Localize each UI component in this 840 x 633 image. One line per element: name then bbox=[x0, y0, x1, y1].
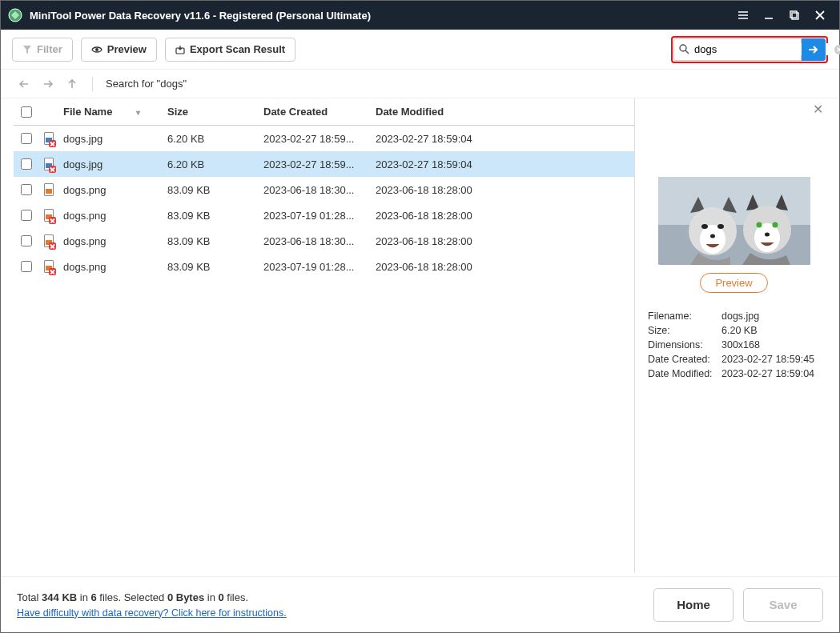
row-name: dogs.jpg bbox=[58, 158, 163, 170]
row-name: dogs.png bbox=[58, 235, 163, 247]
row-size: 83.09 KB bbox=[163, 210, 259, 222]
svg-point-18 bbox=[765, 233, 770, 237]
row-name: dogs.png bbox=[58, 261, 163, 273]
meta-modified-val: 2023-02-27 18:59:04 bbox=[721, 368, 814, 379]
search-box bbox=[673, 38, 802, 61]
svg-point-10 bbox=[700, 225, 725, 254]
col-size[interactable]: Size bbox=[163, 106, 259, 118]
meta-size-val: 6.20 KB bbox=[721, 325, 757, 336]
row-size: 83.09 KB bbox=[163, 261, 259, 273]
row-checkbox[interactable] bbox=[21, 133, 32, 144]
toolbar: Filter Preview Export Scan Result bbox=[1, 30, 839, 70]
eye-icon bbox=[91, 45, 102, 54]
svg-rect-1 bbox=[790, 11, 797, 18]
back-icon[interactable] bbox=[17, 77, 31, 91]
row-created: 2023-07-19 01:28... bbox=[259, 261, 371, 273]
search-go-button[interactable] bbox=[802, 38, 826, 61]
file-icon bbox=[44, 183, 54, 196]
export-button[interactable]: Export Scan Result bbox=[165, 38, 295, 62]
row-checkbox[interactable] bbox=[21, 184, 32, 195]
col-modified[interactable]: Date Modified bbox=[371, 106, 499, 118]
select-all-checkbox[interactable] bbox=[21, 106, 32, 118]
meta-created-key: Date Created: bbox=[648, 354, 721, 365]
meta-created-val: 2023-02-27 18:59:45 bbox=[721, 354, 814, 365]
col-created[interactable]: Date Created bbox=[259, 106, 371, 118]
row-checkbox[interactable] bbox=[21, 235, 32, 246]
statusbar: Total 344 KB in 6 files. Selected 0 Byte… bbox=[1, 576, 839, 632]
row-created: 2023-06-18 18:30... bbox=[259, 184, 371, 196]
forward-icon[interactable] bbox=[41, 77, 55, 91]
sort-caret-icon: ▾ bbox=[136, 108, 140, 117]
meta-dim-val: 300x168 bbox=[721, 339, 760, 351]
preview-label: Preview bbox=[107, 43, 147, 55]
table-row[interactable]: dogs.jpg6.20 KB2023-02-27 18:59...2023-0… bbox=[14, 151, 634, 177]
preview-button[interactable]: Preview bbox=[81, 38, 157, 62]
home-button[interactable]: Home bbox=[653, 588, 733, 622]
file-metadata: Filename:dogs.jpg Size:6.20 KB Dimension… bbox=[648, 310, 820, 383]
titlebar: MiniTool Power Data Recovery v11.6 - Reg… bbox=[1, 1, 839, 30]
row-name: dogs.png bbox=[58, 184, 163, 196]
file-icon bbox=[44, 132, 54, 145]
search-highlight bbox=[671, 36, 828, 63]
menu-icon[interactable] bbox=[730, 4, 756, 26]
maximize-icon[interactable] bbox=[782, 4, 807, 26]
row-size: 6.20 KB bbox=[163, 133, 259, 145]
minimize-icon[interactable] bbox=[756, 4, 782, 26]
svg-point-5 bbox=[680, 45, 686, 51]
row-modified: 2023-06-18 18:28:00 bbox=[371, 184, 499, 196]
row-size: 6.20 KB bbox=[163, 158, 259, 170]
row-checkbox[interactable] bbox=[21, 158, 32, 170]
close-icon[interactable] bbox=[807, 4, 833, 26]
up-icon[interactable] bbox=[65, 77, 79, 91]
col-name[interactable]: File Name▾ bbox=[58, 106, 163, 118]
table-row[interactable]: dogs.png83.09 KB2023-07-19 01:28...2023-… bbox=[14, 254, 634, 279]
summary-text: Total 344 KB in 6 files. Selected 0 Byte… bbox=[17, 591, 644, 603]
row-modified: 2023-02-27 18:59:04 bbox=[371, 133, 499, 145]
row-created: 2023-02-27 18:59... bbox=[259, 133, 371, 145]
save-button[interactable]: Save bbox=[743, 588, 823, 622]
close-preview-icon[interactable]: ✕ bbox=[813, 102, 823, 117]
svg-point-3 bbox=[95, 48, 98, 51]
table-row[interactable]: dogs.jpg6.20 KB2023-02-27 18:59...2023-0… bbox=[14, 126, 634, 151]
export-icon bbox=[175, 45, 185, 54]
svg-point-12 bbox=[717, 224, 724, 229]
clear-search-icon[interactable] bbox=[834, 44, 840, 55]
file-list-pane: File Name▾ Size Date Created Date Modifi… bbox=[14, 98, 634, 573]
meta-filename-key: Filename: bbox=[648, 310, 721, 322]
meta-modified-key: Date Modified: bbox=[648, 368, 721, 379]
meta-dim-key: Dimensions: bbox=[648, 339, 721, 351]
file-icon bbox=[44, 234, 54, 247]
export-label: Export Scan Result bbox=[190, 43, 285, 55]
svg-rect-2 bbox=[792, 13, 798, 19]
table-row[interactable]: dogs.png83.09 KB2023-06-18 18:30...2023-… bbox=[14, 228, 634, 254]
breadcrumb: Search for "dogs" bbox=[1, 70, 839, 98]
file-icon bbox=[44, 158, 54, 170]
table-row[interactable]: dogs.png83.09 KB2023-06-18 18:30...2023-… bbox=[14, 177, 634, 202]
filter-label: Filter bbox=[37, 43, 62, 55]
row-created: 2023-06-18 18:30... bbox=[259, 235, 371, 247]
row-size: 83.09 KB bbox=[163, 184, 259, 196]
row-created: 2023-02-27 18:59... bbox=[259, 158, 371, 170]
row-name: dogs.jpg bbox=[58, 133, 163, 145]
table-header: File Name▾ Size Date Created Date Modifi… bbox=[14, 98, 634, 126]
row-size: 83.09 KB bbox=[163, 235, 259, 247]
app-logo-icon bbox=[7, 7, 23, 23]
row-modified: 2023-06-18 18:28:00 bbox=[371, 261, 499, 273]
filter-button[interactable]: Filter bbox=[12, 38, 73, 62]
window-title: MiniTool Power Data Recovery v11.6 - Reg… bbox=[30, 10, 730, 22]
row-name: dogs.png bbox=[58, 210, 163, 222]
meta-filename-val: dogs.jpg bbox=[721, 310, 759, 322]
open-preview-button[interactable]: Preview bbox=[700, 273, 767, 293]
file-icon bbox=[44, 209, 54, 222]
filter-icon bbox=[22, 45, 32, 54]
help-link[interactable]: Have difficulty with data recovery? Clic… bbox=[17, 607, 287, 619]
row-modified: 2023-02-27 18:59:04 bbox=[371, 158, 499, 170]
meta-size-key: Size: bbox=[648, 325, 721, 336]
row-checkbox[interactable] bbox=[21, 210, 32, 221]
table-row[interactable]: dogs.png83.09 KB2023-07-19 01:28...2023-… bbox=[14, 202, 634, 228]
row-checkbox[interactable] bbox=[21, 261, 32, 272]
breadcrumb-text: Search for "dogs" bbox=[106, 78, 187, 90]
row-modified: 2023-06-18 18:28:00 bbox=[371, 210, 499, 222]
thumbnail bbox=[658, 177, 810, 265]
svg-point-13 bbox=[710, 234, 715, 238]
